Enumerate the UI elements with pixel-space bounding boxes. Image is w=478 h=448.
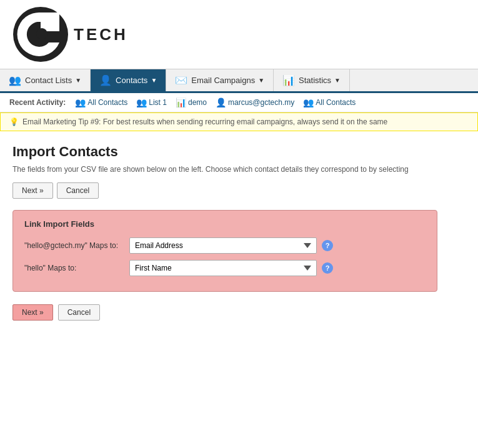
nav-statistics[interactable]: 📊 Statistics ▼	[274, 69, 350, 91]
recent-all-contacts-1-icon: 👥	[75, 97, 86, 107]
nav-contact-lists[interactable]: 👥 Contact Lists ▼	[0, 69, 91, 91]
tip-text: Email Marketing Tip #9: For best results…	[22, 117, 387, 126]
import-field-email-label: "hello@gctech.my" Maps to:	[24, 241, 124, 250]
header: TECH	[0, 0, 478, 69]
recent-marcus-icon: 👤	[216, 97, 226, 107]
nav-contact-lists-label: Contact Lists	[25, 76, 72, 85]
recent-activity-label: Recent Activity:	[9, 98, 66, 107]
statistics-icon: 📊	[282, 74, 295, 86]
contact-lists-arrow-icon: ▼	[75, 77, 81, 84]
nav-contacts-label: Contacts	[116, 76, 147, 85]
recent-demo[interactable]: 📊 demo	[172, 96, 210, 109]
logo: TECH	[12, 6, 128, 62]
import-field-hello-help-icon[interactable]: ?	[322, 262, 333, 274]
tip-bar: 💡 Email Marketing Tip #9: For best resul…	[0, 112, 478, 131]
contacts-icon: 👤	[99, 74, 112, 86]
contact-lists-icon: 👥	[9, 74, 21, 86]
recent-all-contacts-2[interactable]: 👥 All Contacts	[300, 96, 359, 109]
import-field-email-help-icon[interactable]: ?	[322, 240, 333, 251]
recent-marcus[interactable]: 👤 marcus@gctech.my	[212, 96, 297, 109]
recent-list-1-icon: 👥	[136, 97, 147, 107]
import-field-hello-select[interactable]: Email Address First Name Last Name Phone…	[129, 260, 317, 276]
page-description: The fields from your CSV file are shown …	[12, 165, 466, 174]
nav-statistics-label: Statistics	[299, 76, 331, 85]
email-campaigns-icon: ✉️	[175, 74, 187, 86]
import-field-row-hello: "hello" Maps to: Email Address First Nam…	[24, 260, 426, 276]
recent-list-1[interactable]: 👥 List 1	[133, 96, 170, 109]
recent-all-contacts-1[interactable]: 👥 All Contacts	[72, 96, 131, 109]
tip-icon: 💡	[9, 117, 19, 126]
nav-email-campaigns-label: Email Campaigns	[191, 76, 255, 85]
nav-email-campaigns[interactable]: ✉️ Email Campaigns ▼	[166, 69, 274, 91]
contacts-arrow-icon: ▼	[151, 77, 157, 84]
recent-all-contacts-2-icon: 👥	[303, 97, 314, 107]
email-campaigns-arrow-icon: ▼	[258, 77, 264, 84]
top-next-button[interactable]: Next »	[12, 182, 53, 199]
logo-icon	[12, 6, 69, 62]
bottom-next-button[interactable]: Next »	[12, 304, 53, 321]
recent-demo-icon: 📊	[176, 97, 186, 107]
nav-contacts[interactable]: 👤 Contacts ▼	[91, 69, 166, 91]
top-actions: Next » Cancel	[12, 182, 466, 199]
import-field-hello-label: "hello" Maps to:	[24, 264, 124, 272]
import-field-row-email: "hello@gctech.my" Maps to: Email Address…	[24, 237, 426, 254]
main-content: Import Contacts The fields from your CSV…	[0, 131, 478, 333]
recent-activity-bar: Recent Activity: 👥 All Contacts 👥 List 1…	[0, 93, 478, 112]
statistics-arrow-icon: ▼	[334, 77, 341, 84]
link-import-box: Link Import Fields "hello@gctech.my" Map…	[12, 210, 437, 292]
bottom-actions: Next » Cancel	[12, 304, 466, 321]
navbar: 👥 Contact Lists ▼ 👤 Contacts ▼ ✉️ Email …	[0, 69, 478, 93]
top-cancel-button[interactable]: Cancel	[57, 182, 99, 199]
bottom-cancel-button[interactable]: Cancel	[58, 304, 100, 321]
link-import-title: Link Import Fields	[24, 219, 426, 229]
svg-point-1	[36, 28, 47, 39]
import-field-email-select[interactable]: Email Address First Name Last Name Phone…	[129, 237, 317, 254]
logo-text: TECH	[74, 25, 128, 44]
page-title: Import Contacts	[12, 144, 466, 160]
